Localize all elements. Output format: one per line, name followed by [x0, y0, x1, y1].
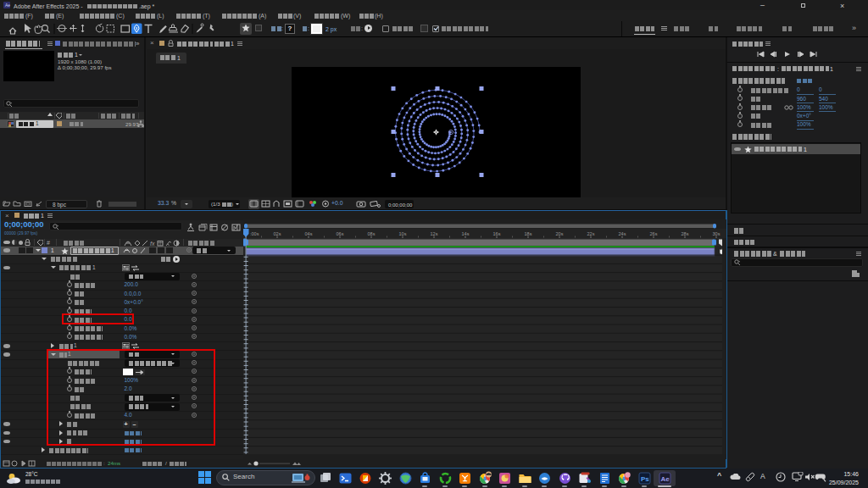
svg-text:06s: 06s [337, 231, 344, 236]
svg-text:26s: 26s [650, 231, 658, 236]
svg-text:12s: 12s [431, 231, 438, 236]
svg-text:Ps: Ps [641, 475, 649, 483]
svg-text:14s: 14s [462, 231, 470, 236]
svg-text:fx: fx [150, 241, 155, 247]
svg-text:08s: 08s [368, 231, 376, 236]
svg-text:Ae: Ae [660, 475, 670, 483]
svg-text:28s: 28s [682, 231, 689, 236]
svg-text:30s: 30s [713, 231, 721, 236]
svg-text:16s: 16s [493, 231, 501, 236]
svg-text:04s: 04s [305, 231, 313, 236]
svg-text:18s: 18s [525, 231, 532, 236]
svg-text:02s: 02s [274, 231, 281, 236]
svg-text:22s: 22s [587, 231, 595, 236]
svg-text:20s: 20s [556, 231, 564, 236]
svg-text:10s: 10s [399, 231, 407, 236]
svg-text::00s: :00s [250, 231, 259, 236]
svg-text:24s: 24s [619, 231, 626, 236]
